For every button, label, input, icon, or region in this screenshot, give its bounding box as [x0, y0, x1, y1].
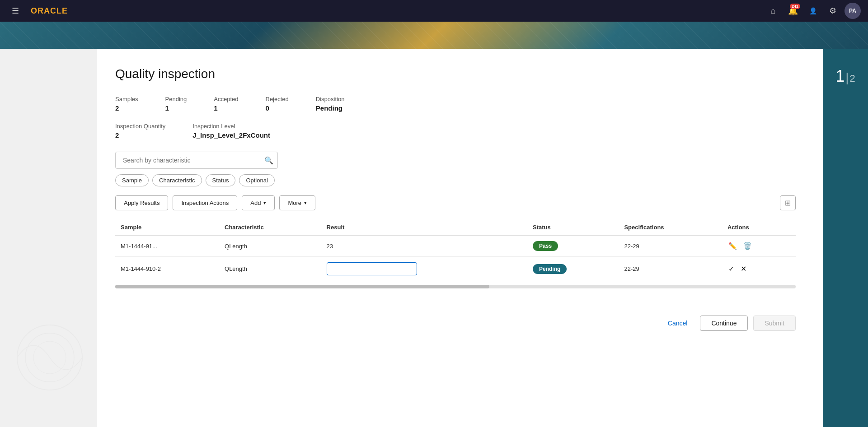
cell-sample-1: M1-1444-91...	[115, 236, 219, 257]
oracle-logo: ORACLE	[31, 6, 68, 16]
watermark	[9, 317, 90, 400]
menu-icon: ☰	[12, 6, 19, 16]
filter-chips: Sample Characteristic Status Optional	[115, 174, 796, 186]
cell-result-1: 23	[321, 236, 527, 257]
continue-button[interactable]: Continue	[700, 316, 748, 331]
stat-disposition: Disposition Pending	[316, 96, 345, 112]
svg-point-1	[25, 333, 74, 382]
col-header-specifications: Specifications	[619, 219, 722, 236]
table-header-row: Sample Characteristic Result Status Spec…	[115, 219, 796, 236]
col-header-characteristic: Characteristic	[219, 219, 321, 236]
stat-samples-value: 2	[115, 104, 138, 112]
settings-button[interactable]: ⚙	[825, 3, 841, 19]
page-title: Quality inspection	[115, 67, 796, 81]
stats-row-2: Inspection Quantity 2 Inspection Level J…	[115, 123, 796, 139]
table-row: M1-1444-910-2 QLength Pending 22-29 ✓ ✕	[115, 257, 796, 281]
stats-row-1: Samples 2 Pending 1 Accepted 1 Rejected …	[115, 96, 796, 112]
search-button[interactable]: 🔍	[264, 156, 273, 165]
confirm-button-2[interactable]: ✓	[727, 264, 735, 274]
cell-status-1: Pass	[527, 236, 619, 257]
cell-characteristic-2: QLength	[219, 257, 321, 281]
stat-rejected-value: 0	[266, 104, 289, 112]
notification-badge: 241	[790, 4, 800, 9]
cancel-button[interactable]: Cancel	[661, 316, 695, 331]
stat-insp-qty: Inspection Quantity 2	[115, 123, 165, 139]
avatar-button[interactable]: PA	[845, 3, 861, 19]
filter-chip-characteristic[interactable]: Characteristic	[152, 174, 202, 186]
row-actions-1: ✏️ 🗑️	[727, 241, 790, 251]
step-total: 2	[850, 73, 855, 84]
col-header-sample: Sample	[115, 219, 219, 236]
navbar: ☰ ORACLE ⌂ 🔔 241 👤 ⚙ PA	[0, 0, 868, 22]
search-container: 🔍	[115, 152, 278, 169]
data-table: Sample Characteristic Result Status Spec…	[115, 219, 796, 281]
stat-insp-level: Inspection Level J_Insp_Level_2FxCount	[192, 123, 270, 139]
stat-disposition-label: Disposition	[316, 96, 345, 102]
status-badge-pass: Pass	[533, 241, 558, 251]
stat-accepted: Accepted 1	[214, 96, 238, 112]
home-icon: ⌂	[771, 6, 776, 16]
row-actions-2: ✓ ✕	[727, 264, 790, 274]
table-scrollbar-track[interactable]	[115, 285, 796, 288]
cell-actions-2: ✓ ✕	[722, 257, 796, 281]
stat-pending-value: 1	[165, 104, 187, 112]
filter-chip-optional[interactable]: Optional	[239, 174, 274, 186]
inspection-actions-button[interactable]: Inspection Actions	[173, 195, 237, 210]
cell-characteristic-1: QLength	[219, 236, 321, 257]
filter-chip-sample[interactable]: Sample	[115, 174, 149, 186]
layout-toggle-button[interactable]: ⊞	[780, 195, 796, 210]
content-area: Quality inspection Samples 2 Pending 1 A…	[97, 49, 823, 427]
filter-chip-status[interactable]: Status	[206, 174, 236, 186]
stat-pending-label: Pending	[165, 96, 187, 102]
table-scrollbar-thumb	[115, 285, 489, 288]
step-indicator: 1 | 2	[835, 67, 855, 86]
table-row: M1-1444-91... QLength 23 Pass 22-29 ✏️ 🗑…	[115, 236, 796, 257]
col-header-actions: Actions	[722, 219, 796, 236]
main-wrapper: Quality inspection Samples 2 Pending 1 A…	[0, 49, 868, 427]
col-header-result: Result	[321, 219, 527, 236]
settings-icon: ⚙	[829, 6, 836, 16]
cell-specifications-1: 22-29	[619, 236, 722, 257]
stat-accepted-label: Accepted	[214, 96, 238, 102]
cell-status-2: Pending	[527, 257, 619, 281]
status-badge-pending: Pending	[533, 264, 567, 274]
user-x-button[interactable]: 👤	[805, 3, 821, 19]
stat-disposition-value: Pending	[316, 104, 345, 112]
notifications-button[interactable]: 🔔 241	[785, 3, 801, 19]
search-input[interactable]	[115, 152, 278, 169]
layout-icon: ⊞	[785, 199, 791, 207]
svg-point-0	[17, 325, 82, 390]
decorative-banner	[0, 22, 868, 49]
stat-insp-qty-value: 2	[115, 131, 165, 139]
delete-button-1[interactable]: 🗑️	[742, 241, 753, 251]
cell-result-2	[321, 257, 527, 281]
cell-sample-2: M1-1444-910-2	[115, 257, 219, 281]
right-sidebar: 1 | 2	[823, 49, 868, 427]
apply-results-button[interactable]: Apply Results	[115, 195, 168, 210]
stat-insp-qty-label: Inspection Quantity	[115, 123, 165, 130]
navbar-right: ⌂ 🔔 241 👤 ⚙ PA	[765, 3, 861, 19]
cell-specifications-2: 22-29	[619, 257, 722, 281]
stat-accepted-value: 1	[214, 104, 238, 112]
step-current: 1	[835, 67, 845, 86]
stat-insp-level-value: J_Insp_Level_2FxCount	[192, 131, 270, 139]
stat-insp-level-label: Inspection Level	[192, 123, 270, 130]
left-sidebar	[0, 49, 97, 427]
footer-bar: Cancel Continue Submit	[115, 306, 796, 331]
more-dropdown-button[interactable]: More	[279, 195, 315, 210]
result-input-2[interactable]	[327, 262, 417, 275]
navbar-left: ☰ ORACLE	[7, 3, 68, 19]
action-bar: Apply Results Inspection Actions Add Mor…	[115, 195, 796, 210]
col-header-status: Status	[527, 219, 619, 236]
submit-button[interactable]: Submit	[753, 316, 796, 331]
stat-samples: Samples 2	[115, 96, 138, 112]
step-divider: |	[845, 70, 849, 85]
add-dropdown-button[interactable]: Add	[242, 195, 275, 210]
home-button[interactable]: ⌂	[765, 3, 781, 19]
svg-point-2	[33, 341, 66, 374]
menu-button[interactable]: ☰	[7, 3, 23, 19]
edit-button-1[interactable]: ✏️	[727, 241, 738, 251]
stat-samples-label: Samples	[115, 96, 138, 102]
stat-rejected: Rejected 0	[266, 96, 289, 112]
cancel-button-2[interactable]: ✕	[740, 264, 747, 274]
